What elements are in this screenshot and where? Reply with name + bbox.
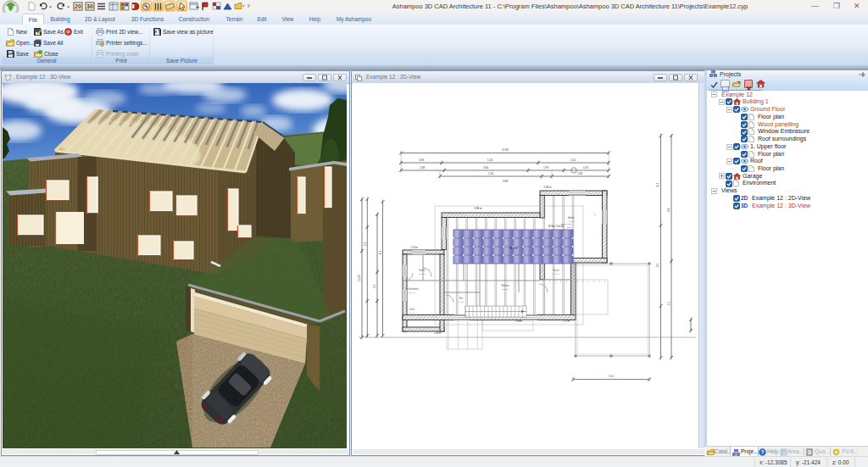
svg-text:5.38: 5.38 — [577, 172, 582, 175]
svg-text:?: ? — [761, 449, 765, 455]
svg-text:2.48: 2.48 — [420, 166, 425, 170]
svg-text:Atelier: Atelier — [568, 216, 574, 220]
svg-text:3.2: 3.2 — [364, 242, 367, 247]
svg-text:11.9 m²: 11.9 m² — [553, 273, 559, 275]
svg-text:Schlafzimmer: Schlafzimmer — [405, 287, 419, 291]
svg-text:3.08: 3.08 — [419, 158, 424, 162]
svg-text:3.1: 3.1 — [667, 302, 670, 306]
svg-text:5.38 m: 5.38 m — [543, 186, 552, 189]
svg-text:30: 30 — [86, 3, 93, 9]
svg-text:1.25 m: 1.25 m — [563, 320, 570, 323]
svg-text:1.99: 1.99 — [543, 166, 548, 170]
svg-text:2.5: 2.5 — [373, 285, 376, 289]
svg-text:5.8: 5.8 — [667, 208, 670, 213]
svg-text:1.00 m: 1.00 m — [411, 246, 418, 249]
svg-text:9.88 m: 9.88 m — [474, 207, 482, 210]
svg-text:Küche: Küche — [553, 269, 559, 272]
svg-text:4.66: 4.66 — [483, 166, 488, 170]
svg-text:= 3.08: = 3.08 — [565, 226, 571, 229]
svg-text:3.6: 3.6 — [656, 264, 659, 268]
svg-text:9.8 m²: 9.8 m² — [459, 301, 465, 303]
svg-text:6.2 m²: 6.2 m² — [409, 312, 415, 314]
svg-text:5.50: 5.50 — [570, 158, 576, 162]
svg-text:Wohnen: Wohnen — [501, 284, 509, 287]
svg-text:4.3: 4.3 — [656, 183, 659, 187]
svg-text:Kind 2: Kind 2 — [419, 269, 426, 272]
svg-text:Flur: Flur — [459, 297, 464, 300]
svg-text:1.98 m: 1.98 m — [434, 331, 441, 335]
svg-text:+: + — [594, 212, 597, 216]
svg-text:9.88: 9.88 — [503, 180, 508, 183]
svg-text:5.24: 5.24 — [487, 158, 492, 162]
svg-text:96.5 m²: 96.5 m² — [509, 247, 518, 250]
svg-text:4.2: 4.2 — [379, 251, 382, 255]
svg-text:0.76: 0.76 — [583, 166, 588, 170]
svg-text:20: 20 — [75, 3, 81, 9]
svg-text:5.01: 5.01 — [609, 375, 614, 378]
svg-text:1.16: 1.16 — [488, 172, 493, 175]
svg-text:13.36: 13.36 — [358, 275, 361, 281]
svg-text:30 Stk. 1.0x1.65: 30 Stk. 1.0x1.65 — [548, 225, 565, 228]
svg-text:3.38 m: 3.38 m — [515, 320, 522, 323]
svg-text:15.5 m²: 15.5 m² — [409, 292, 415, 294]
svg-text:24.5 m²: 24.5 m² — [568, 220, 575, 223]
svg-text:38.2 m²: 38.2 m² — [502, 288, 509, 291]
svg-text:12.1 m²: 12.1 m² — [419, 273, 426, 275]
svg-text:Diele: Diele — [409, 308, 415, 311]
svg-text:17.82: 17.82 — [502, 148, 509, 152]
